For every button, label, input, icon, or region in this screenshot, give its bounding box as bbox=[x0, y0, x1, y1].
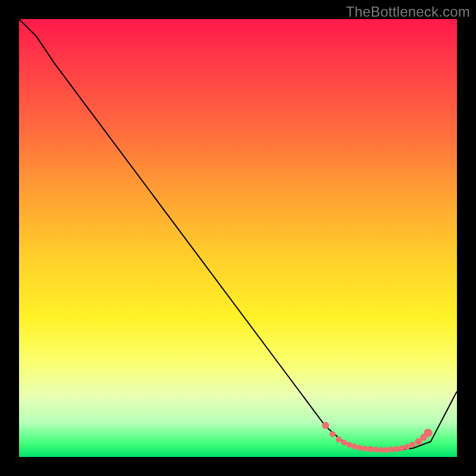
marker-dot bbox=[424, 429, 432, 437]
marker-dot bbox=[409, 441, 415, 447]
marker-dot bbox=[383, 447, 389, 453]
marker-dot bbox=[336, 437, 342, 443]
marker-dot bbox=[357, 445, 363, 451]
marker-dot bbox=[367, 446, 373, 452]
marker-dot bbox=[389, 447, 394, 453]
marker-dot bbox=[341, 440, 347, 446]
marker-dot bbox=[330, 431, 336, 437]
chart-frame: TheBottleneck.com bbox=[0, 0, 476, 476]
marker-dot bbox=[378, 447, 384, 453]
marker-dot bbox=[399, 445, 405, 451]
marker-dot bbox=[372, 447, 378, 453]
bottleneck-curve bbox=[19, 19, 457, 450]
plot-area bbox=[19, 19, 457, 457]
chart-svg bbox=[19, 19, 457, 457]
watermark-text: TheBottleneck.com bbox=[346, 4, 470, 20]
marker-dot bbox=[352, 443, 358, 449]
marker-group bbox=[322, 422, 432, 453]
marker-dot bbox=[393, 446, 399, 452]
marker-dot bbox=[362, 446, 368, 452]
marker-dot bbox=[322, 422, 329, 429]
marker-dot bbox=[404, 444, 410, 450]
marker-dot bbox=[346, 441, 352, 447]
